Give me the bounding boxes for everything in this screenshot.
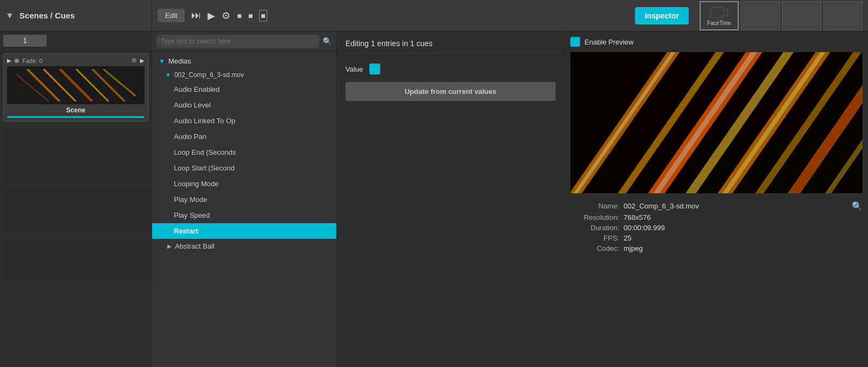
edit-button[interactable]: Edit bbox=[158, 9, 185, 22]
abstract-ball-section[interactable]: ▶ Abstract Ball bbox=[152, 239, 336, 254]
inspector-value-row: Value bbox=[337, 56, 564, 82]
play-to-end-icon[interactable]: ⏭ bbox=[191, 10, 201, 21]
scene-name: Scene bbox=[7, 106, 144, 114]
name-key: Name: bbox=[570, 202, 619, 210]
scenes-cues-title: Scenes / Cues bbox=[20, 11, 75, 20]
tree-item-loop-start[interactable]: Loop Start (Second bbox=[152, 160, 336, 176]
enable-preview-label: Enable Preview bbox=[584, 38, 633, 46]
medias-label: Medias bbox=[168, 57, 191, 65]
tree-item-audio-level[interactable]: Audio Level bbox=[152, 97, 336, 113]
stop2-icon[interactable]: ■ bbox=[248, 11, 253, 20]
search-input[interactable] bbox=[156, 35, 319, 48]
file-label: 002_Comp_6_3-sd.mov bbox=[174, 71, 244, 79]
svg-marker-3 bbox=[723, 9, 727, 16]
file-name-row: Name: 002_Comp_6_3-sd.mov 🔍 bbox=[570, 201, 863, 211]
scene-item-main[interactable]: ▶ Fade: 0 ⚙ ▶ Scene bbox=[3, 53, 148, 122]
update-button[interactable]: Update from current values bbox=[345, 82, 556, 101]
inspector-header: Editing 1 entries in 1 cues bbox=[337, 31, 564, 56]
thumbnail-3[interactable] bbox=[782, 1, 821, 30]
file-search-icon[interactable]: 🔍 bbox=[852, 201, 863, 211]
scene-empty-3 bbox=[3, 239, 148, 282]
inspector-button[interactable]: Inspector bbox=[635, 7, 689, 24]
inspector-panel: Editing 1 entries in 1 cues Value Update… bbox=[337, 31, 565, 367]
value-color-swatch[interactable] bbox=[369, 64, 380, 74]
codec-key: Codec: bbox=[570, 244, 619, 252]
tree-item-loop-end[interactable]: Loop End (Seconds bbox=[152, 144, 336, 160]
scene-play-right-icon[interactable]: ▶ bbox=[140, 58, 144, 64]
scenes-dropdown-arrow[interactable]: ▼ bbox=[5, 11, 14, 21]
search-icon[interactable]: 🔍 bbox=[323, 37, 332, 46]
tree-item-play-mode[interactable]: Play Mode bbox=[152, 192, 336, 207]
stop3-icon[interactable]: ■ bbox=[259, 10, 267, 22]
tree-item-play-speed[interactable]: Play Speed bbox=[152, 207, 336, 223]
scene-play-icon: ▶ bbox=[7, 58, 11, 64]
medias-section-header[interactable]: ▼ Medias bbox=[152, 54, 336, 68]
value-label: Value bbox=[345, 65, 363, 73]
scene-fade-label: Fade: 0 bbox=[22, 58, 42, 64]
fps-value: 25 bbox=[624, 234, 631, 242]
tree-item-restart[interactable]: Restart bbox=[152, 223, 336, 239]
scene-dot bbox=[15, 59, 19, 63]
scene-thumbnail bbox=[7, 66, 144, 104]
svg-rect-2 bbox=[711, 8, 723, 17]
resolution-value: 768x576 bbox=[624, 213, 651, 222]
file-info: Name: 002_Comp_6_3-sd.mov 🔍 Resolution: … bbox=[570, 199, 863, 255]
resolution-key: Resolution: bbox=[570, 213, 619, 222]
scene-empty-2 bbox=[3, 189, 148, 232]
inspector-tree-panel: 🔍 ▼ Medias ▼ 002_Comp_6_3-sd.mov Audio E… bbox=[152, 31, 337, 367]
scenes-cues-section: ▼ Scenes / Cues bbox=[0, 0, 152, 31]
tree-list: ▼ Medias ▼ 002_Comp_6_3-sd.mov Audio Ena… bbox=[152, 52, 336, 367]
scene-controls: ▶ Fade: 0 ⚙ ▶ bbox=[7, 57, 144, 64]
codec-row: Codec: mjpeg bbox=[570, 244, 863, 252]
medias-arrow: ▼ bbox=[159, 58, 165, 65]
scene-number: 1 bbox=[3, 35, 47, 47]
tree-item-audio-pan[interactable]: Audio Pan bbox=[152, 129, 336, 144]
fps-row: FPS: 25 bbox=[570, 234, 863, 242]
search-bar: 🔍 bbox=[152, 31, 336, 52]
toolbar-section: Edit ⏭ ▶ ⚙ ■ ■ ■ Inspector bbox=[152, 0, 700, 31]
svg-rect-24 bbox=[570, 52, 863, 193]
scenes-panel: 1 ▶ Fade: 0 ⚙ ▶ bbox=[0, 31, 152, 367]
main-content: 1 ▶ Fade: 0 ⚙ ▶ bbox=[0, 31, 868, 367]
resolution-row: Resolution: 768x576 bbox=[570, 213, 863, 222]
scene-progress-bar bbox=[7, 116, 144, 118]
enable-preview-row: Enable Preview bbox=[570, 37, 863, 47]
preview-panel: Enable Preview bbox=[565, 31, 868, 367]
tree-item-audio-enabled[interactable]: Audio Enabled bbox=[152, 81, 336, 97]
enable-preview-checkbox[interactable] bbox=[570, 37, 580, 47]
file-arrow: ▼ bbox=[165, 72, 171, 78]
thumbnail-2[interactable] bbox=[741, 1, 780, 30]
scene-settings-icon[interactable]: ⚙ bbox=[131, 57, 137, 64]
codec-value: mjpeg bbox=[624, 244, 643, 252]
fps-key: FPS: bbox=[570, 234, 619, 242]
preview-image bbox=[570, 52, 863, 193]
duration-value: 00:00:09.999 bbox=[624, 224, 665, 232]
settings-icon[interactable]: ⚙ bbox=[222, 10, 230, 22]
duration-key: Duration: bbox=[570, 224, 619, 232]
top-bar: ▼ Scenes / Cues Edit ⏭ ▶ ⚙ ■ ■ ■ Inspect… bbox=[0, 0, 868, 31]
scene-empty-1 bbox=[3, 128, 148, 182]
preview-thumbnails: FaceTime bbox=[700, 0, 868, 31]
duration-row: Duration: 00:00:09.999 bbox=[570, 224, 863, 232]
name-value: 002_Comp_6_3-sd.mov bbox=[624, 202, 699, 210]
file-subsection[interactable]: ▼ 002_Comp_6_3-sd.mov bbox=[152, 68, 336, 81]
abstract-ball-arrow: ▶ bbox=[167, 243, 172, 249]
thumbnail-facetime[interactable]: FaceTime bbox=[700, 1, 739, 30]
tree-item-audio-linked[interactable]: Audio Linked To Op bbox=[152, 113, 336, 129]
stop1-icon[interactable]: ■ bbox=[237, 11, 241, 20]
thumbnail-4[interactable] bbox=[823, 1, 863, 30]
tree-item-looping-mode[interactable]: Looping Mode bbox=[152, 176, 336, 192]
editing-label: Editing 1 entries in 1 cues bbox=[345, 39, 432, 48]
play-icon[interactable]: ▶ bbox=[207, 10, 215, 22]
abstract-ball-label: Abstract Ball bbox=[175, 242, 215, 250]
